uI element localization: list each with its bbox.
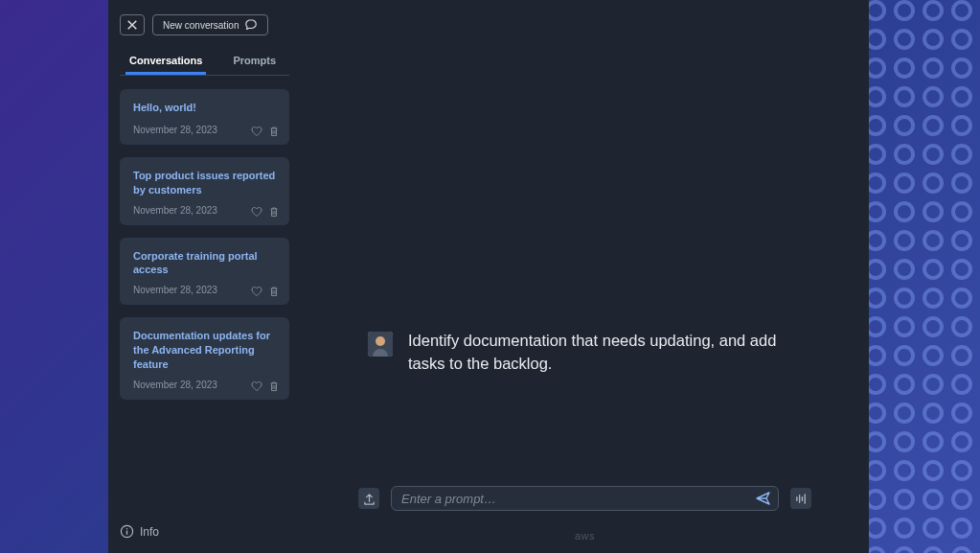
conversation-card[interactable]: Corporate training portal access Novembe…: [120, 238, 289, 306]
info-icon: [120, 524, 134, 539]
conversation-card[interactable]: Documentation updates for the Advanced R…: [120, 317, 289, 400]
audio-button[interactable]: [790, 488, 811, 509]
input-area: [301, 474, 869, 520]
heart-icon: [251, 126, 262, 137]
conversation-title: Top product issues reported by customers: [133, 169, 278, 197]
conversation-title: Hello, world!: [133, 101, 278, 115]
upload-button[interactable]: [358, 488, 379, 509]
close-icon: [126, 19, 138, 31]
avatar: [368, 332, 393, 357]
trash-icon: [268, 206, 280, 218]
delete-button[interactable]: [268, 284, 280, 295]
prompt-input-wrapper: [391, 486, 779, 511]
chat-icon: [244, 18, 258, 32]
trash-icon: [268, 126, 280, 137]
favorite-button[interactable]: [251, 204, 262, 216]
conversations-list: Hello, world! November 28, 2023 Top prod…: [120, 89, 289, 400]
conversation-title: Documentation updates for the Advanced R…: [133, 329, 278, 372]
tabs: Conversations Prompts: [120, 49, 289, 76]
svg-point-4: [376, 336, 385, 346]
main-area: Identify documentation that needs updati…: [301, 0, 869, 553]
send-button[interactable]: [755, 490, 772, 507]
info-label: Info: [140, 525, 159, 539]
tab-conversations[interactable]: Conversations: [125, 49, 206, 75]
conversation-actions: [251, 284, 280, 295]
delete-button[interactable]: [268, 379, 280, 390]
conversation-actions: [251, 124, 280, 135]
conversation-card[interactable]: Top product issues reported by customers…: [120, 157, 289, 225]
upload-icon: [363, 493, 376, 505]
message-text: Identify documentation that needs updati…: [408, 330, 802, 376]
footer: aws: [301, 520, 869, 553]
conversation-title: Corporate training portal access: [133, 249, 278, 278]
favorite-button[interactable]: [251, 124, 262, 135]
svg-point-1: [126, 528, 128, 530]
sidebar-footer[interactable]: Info: [120, 513, 289, 539]
favorite-button[interactable]: [251, 284, 262, 295]
send-icon: [756, 491, 771, 506]
aws-logo: aws: [575, 530, 595, 541]
sidebar: New conversation Conversations Prompts H…: [108, 0, 301, 553]
conversation-card[interactable]: Hello, world! November 28, 2023: [120, 89, 289, 145]
delete-button[interactable]: [268, 204, 280, 216]
heart-icon: [251, 206, 262, 218]
tab-prompts[interactable]: Prompts: [229, 49, 280, 75]
favorite-button[interactable]: [251, 379, 262, 390]
new-conversation-label: New conversation: [163, 20, 239, 31]
delete-button[interactable]: [268, 124, 280, 135]
chat-area: Identify documentation that needs updati…: [301, 0, 869, 474]
prompt-input[interactable]: [401, 492, 755, 506]
trash-icon: [268, 380, 280, 392]
conversation-actions: [251, 204, 280, 216]
close-sidebar-button[interactable]: [120, 14, 145, 35]
sidebar-header: New conversation: [120, 14, 289, 35]
new-conversation-button[interactable]: New conversation: [152, 14, 268, 35]
heart-icon: [251, 380, 262, 392]
app-container: New conversation Conversations Prompts H…: [108, 0, 869, 553]
conversation-actions: [251, 379, 280, 390]
heart-icon: [251, 286, 262, 297]
svg-rect-2: [126, 531, 127, 535]
user-message: Identify documentation that needs updati…: [368, 330, 802, 376]
trash-icon: [268, 286, 280, 297]
audio-wave-icon: [795, 493, 808, 505]
